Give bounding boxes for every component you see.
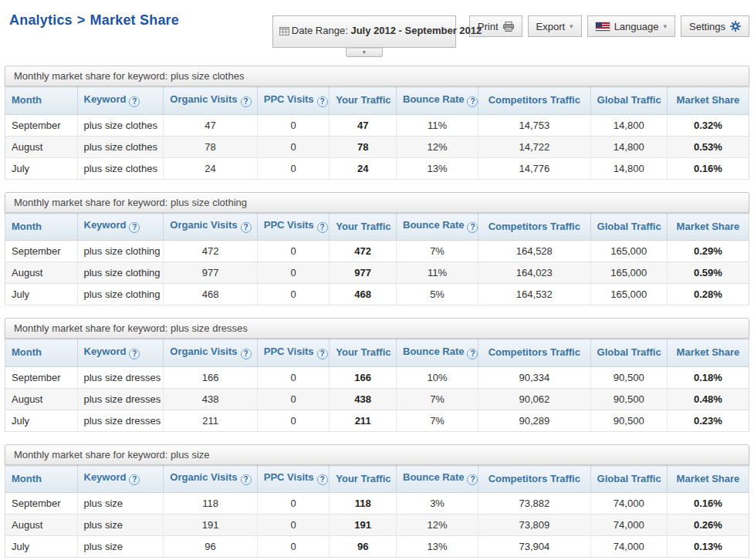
cell-competitors-traffic: 90,334 (478, 366, 591, 388)
market-share-table: MonthKeyword?Organic Visits?PPC Visits?Y… (5, 213, 749, 306)
help-icon[interactable]: ? (129, 222, 140, 233)
column-header-market-share: Market Share (667, 213, 749, 241)
column-header-competitors-traffic: Competitors Traffic (478, 465, 591, 493)
help-icon[interactable]: ? (241, 96, 252, 107)
market-share-panel: Monthly market share for keyword: plus s… (5, 444, 749, 558)
cell-competitors-traffic: 90,062 (478, 388, 591, 410)
table-row: Septemberplus size clothes4704711%14,753… (5, 114, 749, 136)
table-row: Septemberplus size dresses166016610%90,3… (5, 366, 749, 388)
cell-competitors-traffic: 14,776 (478, 157, 591, 179)
column-header-label: Competitors Traffic (489, 346, 580, 358)
cell-organic-visits: 977 (164, 262, 257, 284)
column-header-label: Organic Visits (170, 471, 237, 483)
column-header-organic-visits: Organic Visits? (164, 465, 257, 493)
cell-keyword: plus size clothes (77, 114, 164, 136)
table-row: Julyplus size clothes2402413%14,77614,80… (5, 157, 749, 179)
settings-button-label: Settings (689, 21, 725, 32)
cell-keyword: plus size clothing (77, 284, 164, 305)
cell-organic-visits: 96 (164, 536, 257, 558)
help-icon[interactable]: ? (129, 474, 140, 485)
help-icon[interactable]: ? (467, 474, 478, 485)
cell-your-traffic: 211 (330, 410, 397, 431)
help-icon[interactable]: ? (129, 96, 140, 107)
column-header-month: Month (5, 213, 78, 241)
cell-global-traffic: 14,800 (590, 114, 667, 136)
table-title: Monthly market share for keyword: plus s… (5, 66, 749, 86)
cell-your-traffic: 472 (330, 241, 397, 262)
cell-global-traffic: 74,000 (590, 514, 667, 536)
breadcrumb-analytics-link[interactable]: Analytics (9, 12, 73, 28)
cell-month: August (5, 136, 78, 157)
cell-market-share: 0.18% (667, 366, 749, 388)
export-button[interactable]: Export ▾ (528, 15, 582, 37)
help-icon[interactable]: ? (241, 222, 252, 233)
column-header-label: Bounce Rate (403, 93, 464, 105)
cell-market-share: 0.32% (667, 114, 749, 136)
cell-market-share: 0.23% (667, 410, 749, 431)
help-icon[interactable]: ? (241, 474, 252, 485)
help-icon[interactable]: ? (317, 222, 328, 233)
help-icon[interactable]: ? (317, 349, 328, 359)
cell-competitors-traffic: 73,882 (478, 493, 591, 514)
cell-market-share: 0.59% (667, 262, 749, 284)
help-icon[interactable]: ? (467, 349, 478, 359)
help-icon[interactable]: ? (317, 96, 328, 107)
header-row: MonthKeyword?Organic Visits?PPC Visits?Y… (5, 86, 749, 114)
column-header-label: Month (12, 221, 42, 232)
cell-month: July (5, 536, 78, 558)
column-header-competitors-traffic: Competitors Traffic (478, 213, 591, 241)
breadcrumb-separator: > (77, 12, 86, 28)
cell-your-traffic: 166 (330, 366, 397, 388)
cell-organic-visits: 438 (164, 388, 257, 410)
table-row: Augustplus size clothing977097711%164,02… (5, 262, 749, 284)
page-title: Market Share (90, 12, 179, 28)
column-header-label: Global Traffic (597, 473, 661, 484)
cell-keyword: plus size clothes (77, 136, 164, 157)
cell-ppc-visits: 0 (257, 284, 330, 305)
column-header-label: Global Traffic (597, 346, 661, 358)
language-button[interactable]: Language ▾ (587, 15, 675, 37)
column-header-market-share: Market Share (667, 465, 749, 493)
column-header-label: Market Share (677, 473, 740, 484)
cell-bounce-rate: 7% (397, 388, 478, 410)
column-header-organic-visits: Organic Visits? (164, 86, 257, 114)
date-range-expander[interactable]: ▾ (346, 48, 383, 57)
help-icon[interactable]: ? (467, 222, 478, 233)
cell-your-traffic: 96 (330, 536, 397, 558)
header-row: MonthKeyword?Organic Visits?PPC Visits?Y… (5, 465, 749, 493)
gear-icon (730, 21, 741, 32)
settings-button[interactable]: Settings (681, 15, 749, 37)
cell-global-traffic: 74,000 (590, 493, 667, 514)
column-header-label: Competitors Traffic (489, 94, 580, 106)
help-icon[interactable]: ? (317, 474, 328, 485)
market-share-panel: Monthly market share for keyword: plus s… (5, 66, 749, 180)
help-icon[interactable]: ? (467, 96, 478, 107)
date-range-button[interactable]: Date Range: July 2012 - September 2012 (272, 15, 456, 48)
market-share-panel: Monthly market share for keyword: plus s… (5, 192, 749, 306)
column-header-ppc-visits: PPC Visits? (257, 213, 330, 241)
column-header-ppc-visits: PPC Visits? (257, 465, 330, 493)
column-header-label: Competitors Traffic (489, 221, 580, 232)
cell-market-share: 0.16% (667, 493, 749, 514)
column-header-month: Month (5, 465, 78, 493)
table-title: Monthly market share for keyword: plus s… (5, 444, 749, 465)
help-icon[interactable]: ? (241, 349, 252, 359)
column-header-label: Market Share (677, 94, 740, 106)
column-header-label: Your Traffic (336, 94, 391, 106)
cell-keyword: plus size clothing (77, 241, 164, 262)
cell-bounce-rate: 12% (397, 136, 478, 157)
column-header-label: Your Traffic (336, 346, 391, 358)
help-icon[interactable]: ? (129, 349, 140, 359)
column-header-global-traffic: Global Traffic (590, 465, 667, 493)
column-header-label: Keyword (84, 346, 127, 357)
cell-keyword: plus size (77, 514, 164, 536)
cell-bounce-rate: 7% (397, 410, 478, 431)
column-header-keyword: Keyword? (77, 213, 164, 241)
cell-month: July (5, 410, 78, 431)
column-header-label: Keyword (84, 93, 127, 105)
cell-market-share: 0.29% (667, 241, 749, 262)
cell-keyword: plus size (77, 536, 164, 558)
column-header-market-share: Market Share (667, 86, 749, 114)
column-header-label: Competitors Traffic (489, 473, 580, 484)
cell-your-traffic: 191 (330, 514, 397, 536)
